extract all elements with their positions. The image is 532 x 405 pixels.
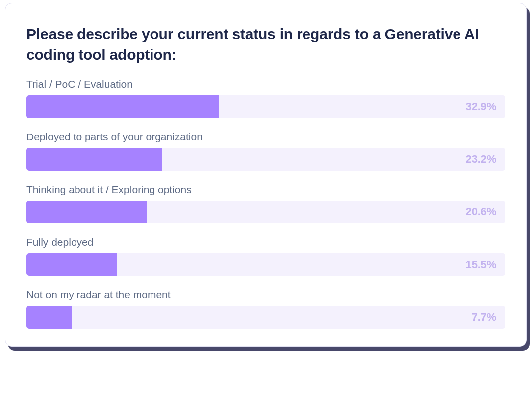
bar-chart: Trial / PoC / Evaluation 32.9% Deployed … (26, 78, 505, 329)
bar-track: 23.2% (26, 148, 505, 171)
bar-group: Not on my radar at the moment 7.7% (26, 289, 505, 329)
bar-fill (26, 306, 72, 329)
bar-track: 15.5% (26, 253, 505, 276)
bar-label: Fully deployed (26, 236, 505, 248)
chart-title: Please describe your current status in r… (26, 24, 505, 65)
bar-label: Trial / PoC / Evaluation (26, 78, 505, 90)
bar-group: Trial / PoC / Evaluation 32.9% (26, 78, 505, 118)
bar-group: Thinking about it / Exploring options 20… (26, 184, 505, 223)
bar-fill (26, 148, 162, 171)
bar-value: 32.9% (466, 100, 496, 113)
bar-track: 7.7% (26, 306, 505, 329)
bar-group: Fully deployed 15.5% (26, 236, 505, 276)
bar-value: 23.2% (466, 153, 496, 166)
survey-card: Please describe your current status in r… (5, 3, 527, 347)
bar-track: 20.6% (26, 201, 505, 223)
bar-label: Not on my radar at the moment (26, 289, 505, 301)
bar-label: Deployed to parts of your organization (26, 131, 505, 143)
bar-value: 7.7% (472, 311, 496, 324)
bar-value: 15.5% (466, 258, 496, 271)
bar-fill (26, 253, 117, 276)
bar-label: Thinking about it / Exploring options (26, 184, 505, 196)
bar-track: 32.9% (26, 95, 505, 118)
bar-value: 20.6% (466, 205, 496, 218)
bar-group: Deployed to parts of your organization 2… (26, 131, 505, 171)
bar-fill (26, 95, 219, 118)
bar-fill (26, 201, 147, 223)
